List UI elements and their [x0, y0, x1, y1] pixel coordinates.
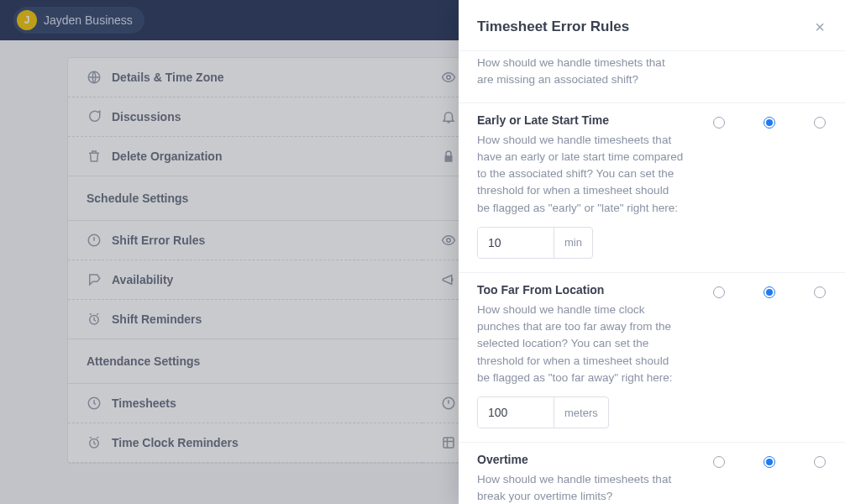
- radio-option-3[interactable]: [814, 117, 826, 129]
- threshold-unit: min: [554, 228, 592, 258]
- rule-missing-shift: How should we handle timeshets that are …: [459, 51, 845, 103]
- radio-option-2[interactable]: [764, 286, 775, 298]
- radio-option-1[interactable]: [713, 117, 725, 129]
- rule-early-late-start: Early or Late Start Time How should we h…: [459, 103, 845, 273]
- panel-title: Timesheet Error Rules: [477, 18, 629, 35]
- rule-desc: How should we handle timeshets that are …: [477, 55, 684, 89]
- radio-option-3[interactable]: [814, 286, 826, 298]
- threshold-input-group: min: [477, 227, 593, 259]
- threshold-input-group: meters: [477, 396, 609, 428]
- radio-option-1[interactable]: [713, 456, 725, 468]
- rule-desc: How should we handle timesheets that bre…: [477, 471, 684, 504]
- rule-too-far-location: Too Far From Location How should we hand…: [459, 273, 845, 443]
- radio-option-3[interactable]: [814, 456, 826, 468]
- close-icon[interactable]: ×: [811, 15, 828, 39]
- side-panel: Timesheet Error Rules × How should we ha…: [459, 0, 845, 504]
- panel-body[interactable]: How should we handle timeshets that are …: [459, 51, 845, 504]
- threshold-unit: meters: [554, 397, 608, 428]
- rule-title: Early or Late Start Time: [477, 113, 684, 127]
- rule-title: Too Far From Location: [477, 283, 684, 297]
- rule-overtime: Overtime How should we handle timesheets…: [459, 443, 845, 504]
- threshold-input[interactable]: [478, 228, 554, 258]
- threshold-input[interactable]: [478, 397, 554, 428]
- radio-option-1[interactable]: [713, 286, 725, 298]
- panel-header: Timesheet Error Rules ×: [459, 0, 845, 51]
- rule-title: Overtime: [477, 453, 684, 466]
- radio-option-2[interactable]: [764, 456, 775, 468]
- rule-desc: How should we handle time clock punches …: [477, 302, 684, 386]
- rule-desc: How should we handle timesheets that hav…: [477, 132, 684, 217]
- radio-option-2[interactable]: [764, 117, 775, 129]
